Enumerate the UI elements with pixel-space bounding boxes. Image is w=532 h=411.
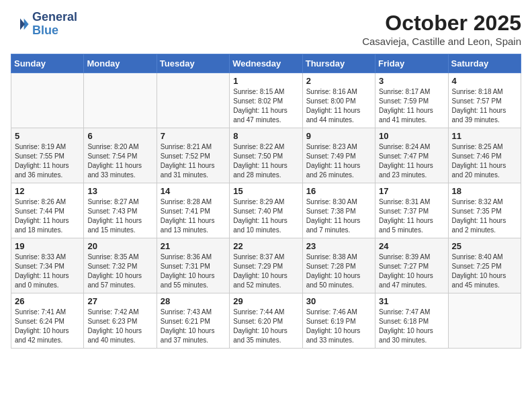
calendar-cell: 8Sunrise: 8:22 AM Sunset: 7:50 PM Daylig… bbox=[230, 128, 302, 183]
day-info: Sunrise: 8:32 AM Sunset: 7:35 PM Dayligh… bbox=[452, 197, 517, 235]
day-info: Sunrise: 8:37 AM Sunset: 7:29 PM Dayligh… bbox=[233, 253, 298, 290]
day-number: 14 bbox=[161, 186, 226, 196]
logo: General Blue bbox=[11, 11, 77, 38]
day-info: Sunrise: 8:31 AM Sunset: 7:37 PM Dayligh… bbox=[379, 197, 444, 235]
day-info: Sunrise: 7:41 AM Sunset: 6:24 PM Dayligh… bbox=[15, 308, 80, 345]
day-number: 13 bbox=[87, 186, 152, 196]
calendar-cell: 18Sunrise: 8:32 AM Sunset: 7:35 PM Dayli… bbox=[448, 183, 521, 238]
calendar-week-4: 19Sunrise: 8:33 AM Sunset: 7:34 PM Dayli… bbox=[11, 238, 521, 293]
day-number: 30 bbox=[306, 296, 371, 306]
calendar-week-1: 1Sunrise: 8:15 AM Sunset: 8:02 PM Daylig… bbox=[11, 73, 521, 128]
calendar-cell: 7Sunrise: 8:21 AM Sunset: 7:52 PM Daylig… bbox=[157, 128, 229, 183]
weekday-header-friday: Friday bbox=[375, 54, 448, 73]
calendar-cell: 22Sunrise: 8:37 AM Sunset: 7:29 PM Dayli… bbox=[230, 238, 302, 293]
calendar-cell bbox=[11, 73, 84, 128]
day-number: 5 bbox=[15, 131, 80, 141]
day-info: Sunrise: 8:40 AM Sunset: 7:25 PM Dayligh… bbox=[452, 253, 517, 290]
day-number: 15 bbox=[233, 186, 298, 196]
calendar-cell: 28Sunrise: 7:43 AM Sunset: 6:21 PM Dayli… bbox=[157, 293, 229, 349]
weekday-header-tuesday: Tuesday bbox=[157, 54, 229, 73]
calendar-cell: 10Sunrise: 8:24 AM Sunset: 7:47 PM Dayli… bbox=[375, 128, 448, 183]
day-info: Sunrise: 8:16 AM Sunset: 8:00 PM Dayligh… bbox=[306, 87, 371, 125]
day-info: Sunrise: 8:24 AM Sunset: 7:47 PM Dayligh… bbox=[379, 142, 444, 180]
day-number: 22 bbox=[233, 241, 298, 251]
calendar-cell: 17Sunrise: 8:31 AM Sunset: 7:37 PM Dayli… bbox=[375, 183, 448, 238]
logo-icon bbox=[11, 15, 30, 34]
day-number: 25 bbox=[452, 241, 517, 251]
day-info: Sunrise: 8:23 AM Sunset: 7:49 PM Dayligh… bbox=[306, 142, 371, 180]
day-info: Sunrise: 8:18 AM Sunset: 7:57 PM Dayligh… bbox=[452, 87, 517, 125]
calendar-cell bbox=[448, 293, 521, 349]
day-number: 9 bbox=[306, 131, 371, 141]
calendar-cell: 6Sunrise: 8:20 AM Sunset: 7:54 PM Daylig… bbox=[84, 128, 157, 183]
day-number: 24 bbox=[379, 241, 444, 251]
calendar-cell: 5Sunrise: 8:19 AM Sunset: 7:55 PM Daylig… bbox=[11, 128, 84, 183]
day-info: Sunrise: 7:46 AM Sunset: 6:19 PM Dayligh… bbox=[306, 308, 371, 345]
day-info: Sunrise: 8:33 AM Sunset: 7:34 PM Dayligh… bbox=[15, 253, 80, 290]
day-info: Sunrise: 8:26 AM Sunset: 7:44 PM Dayligh… bbox=[15, 197, 80, 235]
day-info: Sunrise: 8:25 AM Sunset: 7:46 PM Dayligh… bbox=[452, 142, 517, 180]
day-info: Sunrise: 8:36 AM Sunset: 7:31 PM Dayligh… bbox=[161, 253, 226, 290]
weekday-header-row: SundayMondayTuesdayWednesdayThursdayFrid… bbox=[11, 54, 521, 73]
day-number: 27 bbox=[87, 296, 152, 306]
day-info: Sunrise: 8:19 AM Sunset: 7:55 PM Dayligh… bbox=[15, 142, 80, 180]
day-info: Sunrise: 7:43 AM Sunset: 6:21 PM Dayligh… bbox=[161, 308, 226, 345]
day-info: Sunrise: 8:17 AM Sunset: 7:59 PM Dayligh… bbox=[379, 87, 444, 125]
day-info: Sunrise: 8:30 AM Sunset: 7:38 PM Dayligh… bbox=[306, 197, 371, 235]
day-number: 8 bbox=[233, 131, 298, 141]
calendar-cell: 25Sunrise: 8:40 AM Sunset: 7:25 PM Dayli… bbox=[448, 238, 521, 293]
day-info: Sunrise: 8:22 AM Sunset: 7:50 PM Dayligh… bbox=[233, 142, 298, 180]
day-info: Sunrise: 8:28 AM Sunset: 7:41 PM Dayligh… bbox=[161, 197, 226, 235]
day-number: 21 bbox=[161, 241, 226, 251]
day-info: Sunrise: 8:29 AM Sunset: 7:40 PM Dayligh… bbox=[233, 197, 298, 235]
weekday-header-sunday: Sunday bbox=[11, 54, 84, 73]
location: Casavieja, Castille and Leon, Spain bbox=[362, 36, 521, 47]
day-number: 26 bbox=[15, 296, 80, 306]
month-title: October 2025 bbox=[362, 11, 521, 36]
calendar-cell: 26Sunrise: 7:41 AM Sunset: 6:24 PM Dayli… bbox=[11, 293, 84, 349]
calendar: SundayMondayTuesdayWednesdayThursdayFrid… bbox=[11, 54, 521, 349]
day-info: Sunrise: 8:39 AM Sunset: 7:27 PM Dayligh… bbox=[379, 253, 444, 290]
calendar-cell: 1Sunrise: 8:15 AM Sunset: 8:02 PM Daylig… bbox=[230, 73, 302, 128]
day-number: 12 bbox=[15, 186, 80, 196]
day-number: 29 bbox=[233, 296, 298, 306]
day-number: 20 bbox=[87, 241, 152, 251]
day-info: Sunrise: 7:47 AM Sunset: 6:18 PM Dayligh… bbox=[379, 308, 444, 345]
calendar-cell: 30Sunrise: 7:46 AM Sunset: 6:19 PM Dayli… bbox=[302, 293, 375, 349]
calendar-cell: 21Sunrise: 8:36 AM Sunset: 7:31 PM Dayli… bbox=[157, 238, 229, 293]
calendar-cell: 31Sunrise: 7:47 AM Sunset: 6:18 PM Dayli… bbox=[375, 293, 448, 349]
day-number: 11 bbox=[452, 131, 517, 141]
calendar-cell: 12Sunrise: 8:26 AM Sunset: 7:44 PM Dayli… bbox=[11, 183, 84, 238]
calendar-cell: 9Sunrise: 8:23 AM Sunset: 7:49 PM Daylig… bbox=[302, 128, 375, 183]
calendar-cell: 29Sunrise: 7:44 AM Sunset: 6:20 PM Dayli… bbox=[230, 293, 302, 349]
calendar-cell: 20Sunrise: 8:35 AM Sunset: 7:32 PM Dayli… bbox=[84, 238, 157, 293]
logo-line1: General bbox=[32, 11, 77, 24]
day-number: 3 bbox=[379, 76, 444, 86]
weekday-header-wednesday: Wednesday bbox=[230, 54, 302, 73]
day-number: 19 bbox=[15, 241, 80, 251]
calendar-cell bbox=[84, 73, 157, 128]
day-number: 6 bbox=[87, 131, 152, 141]
calendar-week-3: 12Sunrise: 8:26 AM Sunset: 7:44 PM Dayli… bbox=[11, 183, 521, 238]
weekday-header-saturday: Saturday bbox=[448, 54, 521, 73]
calendar-cell: 13Sunrise: 8:27 AM Sunset: 7:43 PM Dayli… bbox=[84, 183, 157, 238]
day-info: Sunrise: 8:35 AM Sunset: 7:32 PM Dayligh… bbox=[87, 253, 152, 290]
day-number: 17 bbox=[379, 186, 444, 196]
day-number: 16 bbox=[306, 186, 371, 196]
weekday-header-monday: Monday bbox=[84, 54, 157, 73]
page-header: General Blue October 2025 Casavieja, Cas… bbox=[11, 11, 521, 47]
day-info: Sunrise: 8:20 AM Sunset: 7:54 PM Dayligh… bbox=[87, 142, 152, 180]
day-number: 23 bbox=[306, 241, 371, 251]
calendar-cell: 23Sunrise: 8:38 AM Sunset: 7:28 PM Dayli… bbox=[302, 238, 375, 293]
calendar-cell: 15Sunrise: 8:29 AM Sunset: 7:40 PM Dayli… bbox=[230, 183, 302, 238]
day-number: 28 bbox=[161, 296, 226, 306]
day-info: Sunrise: 8:21 AM Sunset: 7:52 PM Dayligh… bbox=[161, 142, 226, 180]
title-block: October 2025 Casavieja, Castille and Leo… bbox=[362, 11, 521, 47]
day-info: Sunrise: 8:15 AM Sunset: 8:02 PM Dayligh… bbox=[233, 87, 298, 125]
calendar-cell: 19Sunrise: 8:33 AM Sunset: 7:34 PM Dayli… bbox=[11, 238, 84, 293]
day-info: Sunrise: 8:27 AM Sunset: 7:43 PM Dayligh… bbox=[87, 197, 152, 235]
calendar-cell: 14Sunrise: 8:28 AM Sunset: 7:41 PM Dayli… bbox=[157, 183, 229, 238]
calendar-cell: 11Sunrise: 8:25 AM Sunset: 7:46 PM Dayli… bbox=[448, 128, 521, 183]
day-info: Sunrise: 7:44 AM Sunset: 6:20 PM Dayligh… bbox=[233, 308, 298, 345]
day-number: 4 bbox=[452, 76, 517, 86]
